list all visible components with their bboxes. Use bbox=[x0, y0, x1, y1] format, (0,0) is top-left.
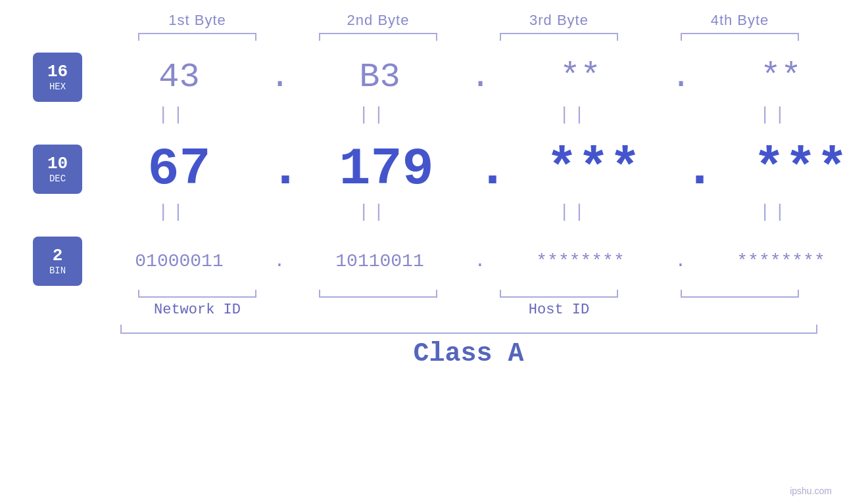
class-bracket bbox=[120, 325, 817, 334]
bracket-top-4 bbox=[681, 33, 799, 41]
eq2-4: || bbox=[684, 202, 845, 222]
bracket-top-3 bbox=[500, 33, 618, 41]
class-a-label: Class A bbox=[120, 339, 817, 369]
bot-bracket-2 bbox=[319, 290, 437, 298]
bin-badge: 2 BIN bbox=[33, 237, 82, 286]
eq2-1: || bbox=[82, 202, 263, 222]
dec-dot-1: . bbox=[270, 139, 296, 199]
hex-badge: 16 HEX bbox=[33, 53, 82, 102]
byte-header-4: 4th Byte bbox=[650, 12, 831, 29]
bottom-brackets-row bbox=[0, 290, 845, 298]
equals-row-1: || || || || bbox=[0, 104, 845, 125]
bracket-top-2 bbox=[319, 33, 437, 41]
bot-bracket-cell-2 bbox=[288, 290, 469, 298]
byte-headers-row: 1st Byte 2nd Byte 3rd Byte 4th Byte bbox=[0, 12, 845, 29]
id-labels-row: Network ID Host ID bbox=[0, 302, 845, 318]
eq2-3: || bbox=[483, 202, 664, 222]
dec-val-4: *** bbox=[710, 139, 845, 199]
hex-dot-3: . bbox=[671, 58, 690, 97]
bot-bracket-1 bbox=[138, 290, 256, 298]
bin-dot-2: . bbox=[470, 251, 490, 271]
bracket-cell-4 bbox=[650, 33, 831, 41]
bot-bracket-cell-1 bbox=[107, 290, 288, 298]
dec-dot-2: . bbox=[477, 139, 503, 199]
bracket-cell-1 bbox=[107, 33, 288, 41]
byte-header-1: 1st Byte bbox=[107, 12, 288, 29]
hex-badge-label: HEX bbox=[49, 81, 66, 92]
bin-val-1: 01000011 bbox=[89, 251, 270, 271]
bin-row: 2 BIN 01000011 . 10110011 . ******** . *… bbox=[0, 237, 845, 286]
dec-dot-3: . bbox=[684, 139, 710, 199]
hex-dot-1: . bbox=[270, 58, 289, 97]
byte-header-2: 2nd Byte bbox=[288, 12, 469, 29]
dec-badge-number: 10 bbox=[47, 155, 68, 172]
bracket-cell-2 bbox=[288, 33, 469, 41]
eq1-1: || bbox=[82, 104, 263, 125]
hex-val-1: 43 bbox=[89, 58, 270, 97]
equals-row-2: || || || || bbox=[0, 202, 845, 222]
bin-badge-label: BIN bbox=[49, 265, 66, 276]
dec-values: 67 . 179 . *** . *** bbox=[89, 139, 845, 199]
eq2-2: || bbox=[283, 202, 464, 222]
hex-dot-2: . bbox=[470, 58, 490, 97]
bin-val-4: ******** bbox=[690, 251, 845, 271]
top-brackets-row bbox=[0, 33, 845, 41]
bot-bracket-3 bbox=[500, 290, 618, 298]
hex-values: 43 . B3 . ** . ** bbox=[89, 58, 845, 97]
byte-header-3: 3rd Byte bbox=[469, 12, 650, 29]
bot-bracket-cell-4 bbox=[650, 290, 831, 298]
class-bracket-row bbox=[0, 325, 845, 334]
network-id-label: Network ID bbox=[107, 302, 288, 318]
dec-row: 10 DEC 67 . 179 . *** . *** bbox=[0, 139, 845, 199]
dec-val-3: *** bbox=[503, 139, 684, 199]
dec-badge-label: DEC bbox=[49, 173, 66, 184]
main-container: 1st Byte 2nd Byte 3rd Byte 4th Byte 16 H… bbox=[0, 0, 845, 504]
bracket-cell-3 bbox=[469, 33, 650, 41]
bracket-top-1 bbox=[138, 33, 256, 41]
bot-bracket-4 bbox=[681, 290, 799, 298]
watermark: ipshu.com bbox=[790, 486, 832, 496]
class-label-row: Class A bbox=[0, 339, 845, 369]
dec-val-1: 67 bbox=[89, 139, 270, 199]
bin-badge-number: 2 bbox=[53, 247, 63, 264]
bin-val-3: ******** bbox=[490, 251, 671, 271]
hex-badge-number: 16 bbox=[47, 63, 68, 80]
host-id-label: Host ID bbox=[288, 302, 831, 318]
hex-val-2: B3 bbox=[289, 58, 470, 97]
bin-values: 01000011 . 10110011 . ******** . *******… bbox=[89, 251, 845, 271]
hex-val-3: ** bbox=[490, 58, 671, 97]
eq1-4: || bbox=[684, 104, 845, 125]
hex-val-4: ** bbox=[690, 58, 845, 97]
bot-bracket-cell-3 bbox=[469, 290, 650, 298]
bin-dot-1: . bbox=[270, 251, 289, 271]
bin-val-2: 10110011 bbox=[289, 251, 470, 271]
eq1-3: || bbox=[483, 104, 664, 125]
hex-row: 16 HEX 43 . B3 . ** . ** bbox=[0, 53, 845, 102]
dec-badge: 10 DEC bbox=[33, 145, 82, 194]
bin-dot-3: . bbox=[671, 251, 690, 271]
dec-val-2: 179 bbox=[296, 139, 477, 199]
eq1-2: || bbox=[283, 104, 464, 125]
